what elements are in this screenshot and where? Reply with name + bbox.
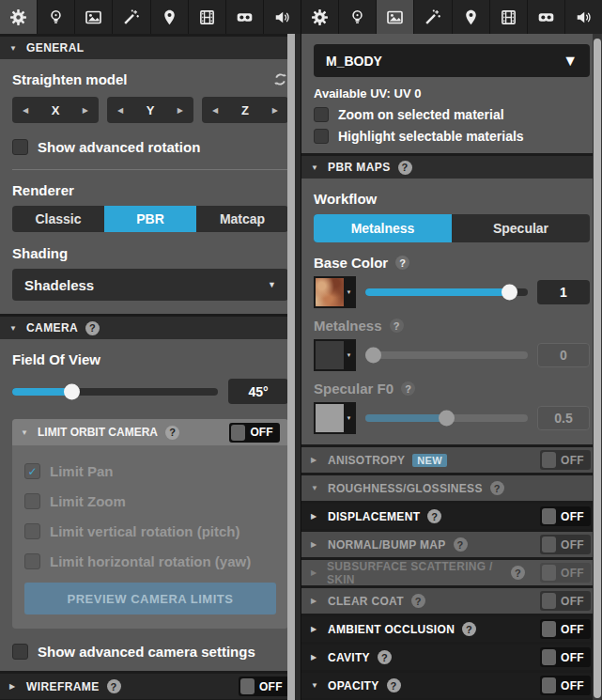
help-icon[interactable]: ? xyxy=(427,509,441,523)
stepper-left-arrow-icon[interactable]: ◀ xyxy=(212,106,218,115)
toolbar-tab-gear[interactable] xyxy=(0,0,37,34)
highlight-selectable-materials-checkbox[interactable] xyxy=(314,129,329,144)
toolbar-tab-lightbulb[interactable] xyxy=(37,0,74,34)
toolbar-tab-map-pin[interactable] xyxy=(452,0,489,34)
wireframe-section-header[interactable]: ▶ WIREFRAME ? OFF xyxy=(0,674,301,699)
map-section-anisotropy[interactable]: ▶ANISOTROPYNEWOFF xyxy=(301,447,602,473)
section-toggle[interactable]: OFF xyxy=(540,450,591,470)
toolbar-tab-speaker[interactable] xyxy=(564,0,602,34)
help-icon[interactable]: ? xyxy=(85,321,100,335)
base-color-texture-thumbnail[interactable]: ▼ xyxy=(314,276,356,308)
fov-value[interactable]: 45° xyxy=(228,379,288,404)
metalness-slider-handle[interactable] xyxy=(365,348,381,364)
preview-camera-limits-button[interactable]: PREVIEW CAMERA LIMITS xyxy=(24,583,276,614)
specular-f0-slider[interactable] xyxy=(365,414,528,422)
right-scrollbar[interactable] xyxy=(594,39,601,698)
limit-pan-checkbox[interactable] xyxy=(24,463,40,479)
toolbar-tab-image[interactable] xyxy=(376,0,413,34)
stepper-left-arrow-icon[interactable]: ◀ xyxy=(23,106,28,115)
section-toggle[interactable]: OFF xyxy=(540,591,591,611)
workflow-option-specular[interactable]: Specular xyxy=(452,214,590,242)
help-icon[interactable]: ? xyxy=(390,319,404,333)
material-dropdown[interactable]: M_BODY ▼ xyxy=(314,44,590,77)
map-section-cavity[interactable]: ▶CAVITY?OFF xyxy=(301,645,602,670)
map-section-ambient-occlusion[interactable]: ▶AMBIENT OCCLUSION?OFF xyxy=(301,616,602,642)
shading-dropdown[interactable]: Shadeless ▼ xyxy=(12,269,288,301)
help-icon[interactable]: ? xyxy=(398,161,412,175)
help-icon[interactable]: ? xyxy=(411,594,425,608)
toolbar-tab-filmstrip[interactable] xyxy=(188,0,225,34)
limit-orbit-camera-header[interactable]: ▼ LIMIT ORBIT CAMERA ? OFF xyxy=(12,419,288,445)
stepper-right-arrow-icon[interactable]: ▶ xyxy=(272,106,278,115)
toolbar-tab-vr-goggles[interactable] xyxy=(527,0,564,34)
workflow-option-metalness[interactable]: Metalness xyxy=(314,214,452,242)
pbr-maps-section-header[interactable]: ▼ PBR MAPS ? xyxy=(301,156,602,179)
chevron-down-icon[interactable]: ▼ xyxy=(344,341,354,369)
chevron-down-icon[interactable]: ▼ xyxy=(344,278,354,306)
section-toggle[interactable]: OFF xyxy=(540,506,591,526)
stepper-right-arrow-icon[interactable]: ▶ xyxy=(83,106,88,115)
section-toggle[interactable]: OFF xyxy=(540,535,591,554)
map-section-normal-bump-map[interactable]: ▶NORMAL/BUMP MAP?OFF xyxy=(301,532,602,557)
metalness-texture-thumbnail[interactable]: ▼ xyxy=(314,339,356,371)
wireframe-toggle[interactable]: OFF xyxy=(239,677,289,696)
help-icon[interactable]: ? xyxy=(401,381,415,396)
specular-f0-slider-handle[interactable] xyxy=(439,411,455,427)
map-section-roughness-glossiness[interactable]: ▼ROUGHNESS/GLOSSINESS? xyxy=(301,475,602,501)
stepper-left-arrow-icon[interactable]: ◀ xyxy=(117,106,123,115)
toolbar-tab-vr-goggles[interactable] xyxy=(225,0,263,34)
limit-zoom-checkbox[interactable] xyxy=(24,493,40,509)
specular-f0-value[interactable]: 0.5 xyxy=(537,406,590,430)
help-icon[interactable]: ? xyxy=(378,650,392,664)
camera-section-header[interactable]: ▼ CAMERA ? xyxy=(0,317,301,339)
toolbar-tab-speaker[interactable] xyxy=(263,0,301,34)
general-section-header[interactable]: ▼ GENERAL xyxy=(0,37,301,59)
help-icon[interactable]: ? xyxy=(387,678,401,692)
map-section-opacity[interactable]: ▼OPACITY?OFF xyxy=(301,673,602,698)
section-toggle[interactable]: OFF xyxy=(540,676,591,695)
help-icon[interactable]: ? xyxy=(395,256,409,270)
toolbar-tab-magic-wand[interactable] xyxy=(112,0,149,34)
zoom-on-selected-material-checkbox[interactable] xyxy=(314,107,329,122)
help-icon[interactable]: ? xyxy=(165,426,179,440)
fov-slider[interactable] xyxy=(12,388,218,396)
help-icon[interactable]: ? xyxy=(454,537,468,552)
show-advanced-rotation-checkbox[interactable] xyxy=(12,139,28,155)
specular-f0-texture-thumbnail[interactable]: ▼ xyxy=(314,402,356,434)
limit-orbit-camera-toggle[interactable]: OFF xyxy=(229,423,280,443)
refresh-icon[interactable] xyxy=(272,71,288,87)
help-icon[interactable]: ? xyxy=(490,481,504,495)
help-icon[interactable]: ? xyxy=(462,622,476,636)
axis-stepper-x[interactable]: ◀ X ▶ xyxy=(12,97,99,123)
renderer-option-classic[interactable]: Classic xyxy=(12,206,104,232)
toolbar-tab-map-pin[interactable] xyxy=(150,0,188,34)
show-advanced-camera-settings-checkbox[interactable] xyxy=(12,644,28,660)
section-toggle[interactable]: OFF xyxy=(540,563,591,583)
section-toggle[interactable]: OFF xyxy=(540,619,591,639)
base-color-slider[interactable] xyxy=(365,288,528,296)
help-icon[interactable]: ? xyxy=(107,679,121,693)
section-toggle[interactable]: OFF xyxy=(540,647,591,667)
renderer-option-pbr[interactable]: PBR xyxy=(104,206,196,232)
base-color-value[interactable]: 1 xyxy=(537,280,590,304)
fov-slider-handle[interactable] xyxy=(64,383,80,399)
toolbar-tab-magic-wand[interactable] xyxy=(413,0,451,34)
map-section-clear-coat[interactable]: ▶CLEAR COAT?OFF xyxy=(301,588,602,614)
toolbar-tab-image[interactable] xyxy=(74,0,112,34)
toolbar-tab-filmstrip[interactable] xyxy=(489,0,527,34)
left-scrollbar[interactable] xyxy=(287,34,295,700)
map-section-subsurface-scattering-skin[interactable]: ▶SUBSURFACE SCATTERING / SKIN?OFF xyxy=(301,560,602,585)
metalness-slider[interactable] xyxy=(365,351,528,359)
chevron-down-icon[interactable]: ▼ xyxy=(344,404,354,432)
base-color-slider-handle[interactable] xyxy=(502,285,517,301)
help-icon[interactable]: ? xyxy=(511,566,525,580)
metalness-value[interactable]: 0 xyxy=(537,343,590,367)
limit-horizontal-rotation-checkbox[interactable] xyxy=(24,553,40,569)
axis-stepper-y[interactable]: ◀ Y ▶ xyxy=(107,97,193,123)
renderer-option-matcap[interactable]: Matcap xyxy=(196,206,288,232)
limit-vertical-rotation-checkbox[interactable] xyxy=(24,523,40,539)
stepper-right-arrow-icon[interactable]: ▶ xyxy=(178,106,183,115)
toolbar-tab-lightbulb[interactable] xyxy=(338,0,376,34)
map-section-displacement[interactable]: ▶DISPLACEMENT?OFF xyxy=(301,504,602,529)
toolbar-tab-gear[interactable] xyxy=(301,0,338,34)
